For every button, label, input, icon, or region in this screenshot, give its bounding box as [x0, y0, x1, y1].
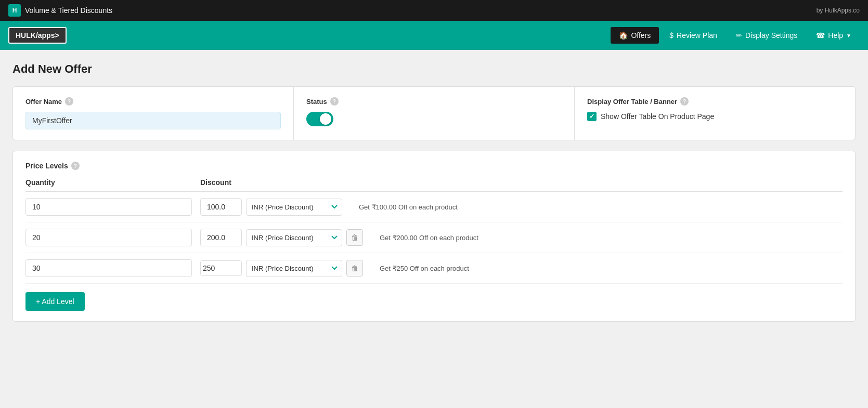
- cards-row: Offer Name ? Status ? Display Offer Tabl…: [12, 86, 856, 140]
- nav-item-review-plan-label: Review Plan: [677, 31, 717, 40]
- offer-name-help-icon[interactable]: ?: [65, 97, 73, 106]
- show-offer-table-checkbox[interactable]: [587, 112, 597, 121]
- status-toggle-container: [306, 112, 562, 126]
- discount-value-input-1[interactable]: [200, 198, 242, 216]
- nav-item-offers-label: Offers: [631, 31, 651, 40]
- price-row-2: INR (Price Discount) % (Percentage Disco…: [25, 222, 843, 253]
- nav-item-help-label: Help: [828, 31, 843, 40]
- top-bar-by: by HulkApps.co: [817, 7, 860, 14]
- page-title: Add New Offer: [12, 62, 856, 76]
- nav-item-display-settings-label: Display Settings: [745, 31, 797, 40]
- nav-item-review-plan[interactable]: $ Review Plan: [661, 27, 726, 44]
- price-row-1: INR (Price Discount) % (Percentage Disco…: [25, 192, 843, 222]
- trash-icon-3: 🗑: [351, 264, 358, 272]
- phone-icon: ☎: [816, 31, 825, 40]
- nav-bar: HULK/apps> 🏠 Offers $ Review Plan ✏ Disp…: [0, 21, 868, 50]
- quantity-header: Quantity: [25, 178, 192, 187]
- offer-name-label: Offer Name ?: [25, 97, 281, 106]
- price-levels-help-icon[interactable]: ?: [71, 162, 80, 170]
- discount-description-3: Get ₹250 Off on each product: [380, 265, 469, 272]
- status-toggle[interactable]: [306, 112, 333, 126]
- nav-items: 🏠 Offers $ Review Plan ✏ Display Setting…: [611, 27, 860, 44]
- quantity-input-1[interactable]: [25, 198, 192, 216]
- app-logo-icon: H: [8, 4, 21, 17]
- offer-name-input[interactable]: [25, 112, 281, 129]
- discount-type-select-2[interactable]: INR (Price Discount) % (Percentage Disco…: [246, 229, 342, 246]
- status-card: Status ?: [294, 87, 575, 140]
- discount-description-1: Get ₹100.00 Off on each product: [359, 203, 458, 211]
- main-content: Add New Offer Offer Name ? Status ?: [0, 50, 868, 408]
- table-headers: Quantity Discount: [25, 178, 843, 192]
- discount-group-2: INR (Price Discount) % (Percentage Disco…: [200, 229, 363, 246]
- status-help-icon[interactable]: ?: [330, 97, 339, 106]
- discount-type-select-1[interactable]: INR (Price Discount) % (Percentage Disco…: [246, 199, 342, 216]
- discount-value-input-3[interactable]: [200, 260, 242, 276]
- show-offer-table-row: Show Offer Table On Product Page: [587, 112, 843, 121]
- nav-item-display-settings[interactable]: ✏ Display Settings: [728, 27, 806, 44]
- delete-row-3-button[interactable]: 🗑: [346, 260, 363, 277]
- quantity-input-3[interactable]: [25, 259, 192, 277]
- display-offer-help-icon[interactable]: ?: [680, 97, 689, 106]
- nav-item-offers[interactable]: 🏠 Offers: [611, 27, 659, 44]
- pencil-icon: ✏: [736, 31, 742, 40]
- discount-description-2: Get ₹200.00 Off on each product: [380, 234, 478, 242]
- app-title-text: Volume & Tiered Discounts: [25, 6, 112, 15]
- toggle-knob: [320, 113, 331, 125]
- price-row-3: INR (Price Discount) % (Percentage Disco…: [25, 253, 843, 284]
- show-offer-table-label: Show Offer Table On Product Page: [601, 112, 714, 121]
- discount-value-input-2[interactable]: [200, 229, 242, 246]
- home-icon: 🏠: [619, 31, 628, 40]
- price-levels-title: Price Levels ?: [25, 162, 843, 170]
- display-offer-label: Display Offer Table / Banner ?: [587, 97, 843, 106]
- offer-name-card: Offer Name ?: [13, 87, 294, 140]
- dollar-icon: $: [669, 31, 673, 40]
- nav-item-help[interactable]: ☎ Help ▼: [808, 27, 860, 44]
- discount-group-3: INR (Price Discount) % (Percentage Disco…: [200, 260, 363, 277]
- status-label: Status ?: [306, 97, 562, 106]
- nav-logo: HULK/apps>: [8, 27, 67, 44]
- add-level-button[interactable]: + Add Level: [25, 292, 85, 311]
- trash-icon-2: 🗑: [351, 233, 358, 242]
- top-bar: H Volume & Tiered Discounts by HulkApps.…: [0, 0, 868, 21]
- discount-header: Discount: [200, 178, 843, 187]
- discount-type-select-3[interactable]: INR (Price Discount) % (Percentage Disco…: [246, 260, 342, 277]
- delete-row-2-button[interactable]: 🗑: [346, 229, 363, 246]
- price-levels-section: Price Levels ? Quantity Discount INR (Pr…: [12, 151, 856, 322]
- app-title: H Volume & Tiered Discounts: [8, 4, 112, 17]
- display-offer-card: Display Offer Table / Banner ? Show Offe…: [575, 87, 855, 140]
- discount-group-1: INR (Price Discount) % (Percentage Disco…: [200, 198, 342, 216]
- help-chevron-icon: ▼: [846, 33, 851, 38]
- quantity-input-2[interactable]: [25, 229, 192, 246]
